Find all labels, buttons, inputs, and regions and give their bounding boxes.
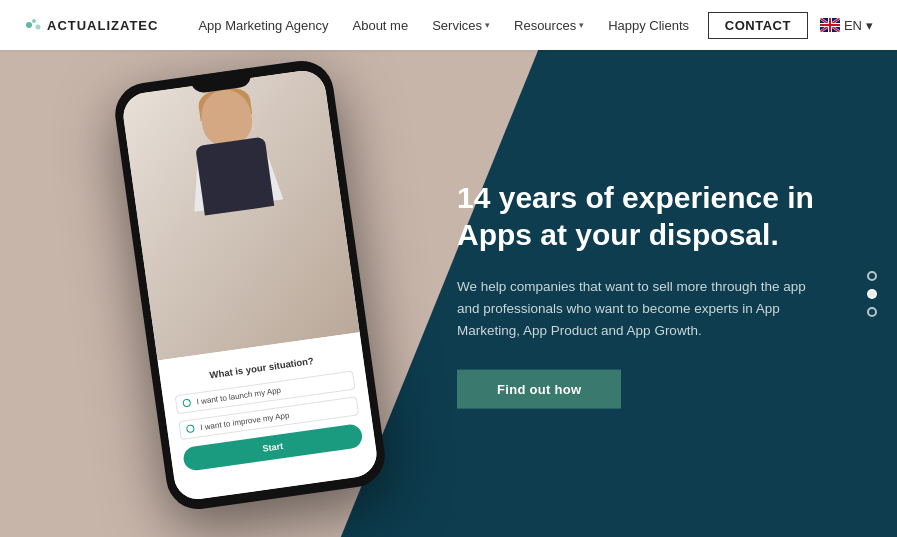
svg-rect-11 xyxy=(820,24,840,26)
person-image xyxy=(120,68,359,360)
logo-icon xyxy=(24,15,44,35)
flag-icon xyxy=(820,18,840,32)
lang-chevron-icon: ▾ xyxy=(866,18,873,33)
find-out-how-button[interactable]: Find out how xyxy=(457,370,621,409)
slide-dot-3[interactable] xyxy=(867,307,877,317)
nav-services[interactable]: Services ▾ xyxy=(422,12,500,39)
svg-point-1 xyxy=(32,19,36,23)
slide-dot-2[interactable] xyxy=(867,289,877,299)
person-silhouette xyxy=(141,71,340,358)
app-radio-1 xyxy=(182,398,191,407)
slide-dot-1[interactable] xyxy=(867,271,877,281)
app-radio-2 xyxy=(186,424,195,433)
hero-title: 14 years of experience in Apps at your d… xyxy=(457,178,817,253)
nav-links: App Marketing Agency About me Services ▾… xyxy=(188,12,707,39)
language-selector[interactable]: EN ▾ xyxy=(820,18,873,33)
nav-right: CONTACT EN ▾ xyxy=(708,12,873,39)
contact-button[interactable]: CONTACT xyxy=(708,12,808,39)
phone-app-ui: What is your situation? I want to launch… xyxy=(158,332,380,502)
hero-subtitle: We help companies that want to sell more… xyxy=(457,275,817,342)
svg-point-2 xyxy=(36,25,41,30)
navbar: ACTUALIZATEC App Marketing Agency About … xyxy=(0,0,897,50)
slide-dots xyxy=(867,271,877,317)
nav-about-me[interactable]: About me xyxy=(343,12,419,39)
person-body xyxy=(195,137,274,216)
nav-app-marketing[interactable]: App Marketing Agency xyxy=(188,12,338,39)
resources-chevron-icon: ▾ xyxy=(579,20,584,30)
lang-label: EN xyxy=(844,18,862,33)
nav-resources[interactable]: Resources ▾ xyxy=(504,12,594,39)
nav-happy-clients[interactable]: Happy Clients xyxy=(598,12,699,39)
app-option-1-text: I want to launch my App xyxy=(196,385,281,406)
logo-text: ACTUALIZATEC xyxy=(47,18,158,33)
app-option-2-text: I want to improve my App xyxy=(200,410,290,431)
logo[interactable]: ACTUALIZATEC xyxy=(24,15,158,35)
services-chevron-icon: ▾ xyxy=(485,20,490,30)
hero-section: What is your situation? I want to launch… xyxy=(0,50,897,537)
hero-content: 14 years of experience in Apps at your d… xyxy=(457,178,817,409)
svg-point-0 xyxy=(26,22,32,28)
